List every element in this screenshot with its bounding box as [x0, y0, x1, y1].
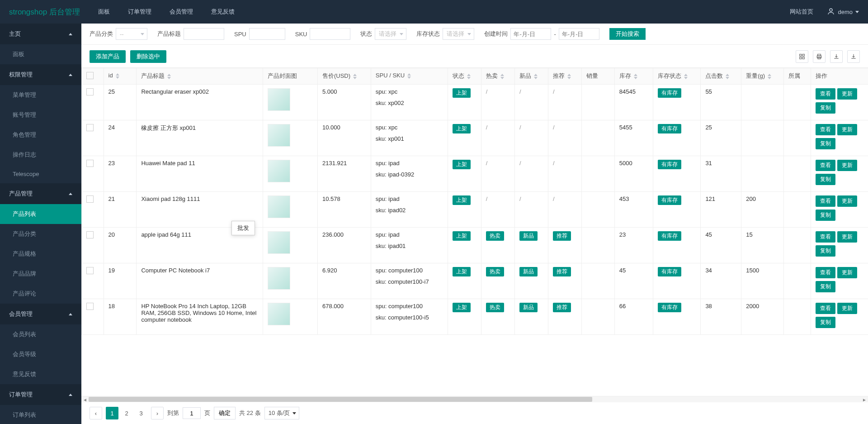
sidebar-group-header[interactable]: 主页: [0, 24, 81, 44]
copy-button[interactable]: 复制: [816, 138, 835, 149]
pager-page[interactable]: 1: [106, 407, 118, 419]
sidebar-item[interactable]: 角色管理: [0, 125, 81, 145]
view-button[interactable]: 查看: [816, 231, 835, 243]
sort-icon[interactable]: [567, 74, 571, 79]
filter-stockstatus-select[interactable]: 请选择: [443, 28, 474, 40]
copy-button[interactable]: 复制: [816, 174, 835, 185]
view-button[interactable]: 查看: [816, 88, 835, 100]
columns-icon[interactable]: [796, 50, 808, 63]
filter-date-to[interactable]: [559, 28, 599, 40]
sidebar-item[interactable]: 面板: [0, 44, 81, 64]
pager-prev[interactable]: ‹: [90, 407, 102, 419]
view-button[interactable]: 查看: [816, 124, 835, 135]
sidebar-item[interactable]: 账号管理: [0, 105, 81, 125]
product-thumbnail[interactable]: [268, 124, 290, 147]
col-id[interactable]: id: [104, 68, 137, 85]
sidebar-item[interactable]: 订单列表: [0, 405, 81, 424]
filter-status-select[interactable]: 请选择: [375, 28, 406, 40]
sort-icon[interactable]: [726, 74, 729, 79]
col-cover[interactable]: 产品封面图: [263, 68, 317, 85]
sort-icon[interactable]: [684, 74, 688, 79]
scroll-left-arrow[interactable]: ◄: [81, 396, 89, 403]
pager-confirm-button[interactable]: 确定: [214, 407, 236, 419]
sidebar-item[interactable]: 操作日志: [0, 145, 81, 165]
pager-perpage-select[interactable]: 10 条/页: [264, 407, 300, 419]
update-button[interactable]: 更新: [837, 160, 857, 171]
product-thumbnail[interactable]: [268, 231, 290, 254]
update-button[interactable]: 更新: [837, 88, 857, 100]
update-button[interactable]: 更新: [837, 303, 857, 314]
row-checkbox[interactable]: [86, 303, 94, 310]
view-button[interactable]: 查看: [816, 160, 835, 171]
col-spusku[interactable]: SPU / SKU: [371, 68, 448, 85]
sidebar-item[interactable]: 菜单管理: [0, 85, 81, 105]
col-rec[interactable]: 推荐: [548, 68, 581, 85]
col-status[interactable]: 状态: [448, 68, 481, 85]
col-location[interactable]: 所属: [783, 68, 811, 85]
col-weight[interactable]: 重量(g): [741, 68, 783, 85]
update-button[interactable]: 更新: [837, 267, 857, 278]
copy-button[interactable]: 复制: [816, 281, 835, 292]
sort-icon[interactable]: [407, 73, 411, 79]
row-checkbox[interactable]: [86, 195, 94, 203]
view-button[interactable]: 查看: [816, 195, 835, 207]
sort-icon[interactable]: [467, 74, 471, 79]
filter-sku-input[interactable]: [310, 28, 350, 40]
copy-button[interactable]: 复制: [816, 210, 835, 221]
copy-button[interactable]: 复制: [816, 102, 835, 114]
col-price[interactable]: 售价(USD): [317, 68, 371, 85]
row-checkbox[interactable]: [86, 88, 94, 95]
sidebar-group-header[interactable]: 产品管理: [0, 183, 81, 204]
sidebar-item[interactable]: 意见反馈: [0, 364, 81, 384]
update-button[interactable]: 更新: [837, 195, 857, 207]
scroll-right-arrow[interactable]: ►: [861, 396, 868, 403]
sidebar-item[interactable]: 产品分类: [0, 224, 81, 244]
col-title[interactable]: 产品标题: [137, 68, 263, 85]
topnav-item[interactable]: 面板: [98, 8, 110, 16]
copy-button[interactable]: 复制: [816, 245, 835, 257]
table-scroll[interactable]: id产品标题产品封面图售价(USD)SPU / SKU状态热卖新品推荐销量库存库…: [81, 67, 868, 396]
copy-button[interactable]: 复制: [816, 317, 835, 328]
filter-title-input[interactable]: [184, 28, 224, 40]
sidebar-item[interactable]: 产品列表: [0, 204, 81, 224]
site-home-link[interactable]: 网站首页: [790, 8, 813, 16]
topnav-item[interactable]: 会员管理: [170, 8, 193, 16]
sort-icon[interactable]: [353, 74, 357, 79]
sort-icon[interactable]: [768, 74, 771, 79]
update-button[interactable]: 更新: [837, 231, 857, 243]
sort-icon[interactable]: [634, 74, 637, 79]
user-menu[interactable]: demo: [827, 7, 859, 17]
col-new[interactable]: 新品: [514, 68, 548, 85]
topnav-item[interactable]: 订单管理: [128, 8, 151, 16]
product-thumbnail[interactable]: [268, 195, 290, 218]
sidebar-item[interactable]: 会员等级: [0, 344, 81, 364]
view-button[interactable]: 查看: [816, 267, 835, 278]
sidebar-item[interactable]: 产品规格: [0, 244, 81, 264]
sort-icon[interactable]: [500, 74, 504, 79]
horizontal-scrollbar[interactable]: ◄ ►: [81, 396, 868, 402]
row-checkbox[interactable]: [86, 267, 94, 274]
row-checkbox[interactable]: [86, 231, 94, 238]
topnav-item[interactable]: 意见反馈: [211, 8, 235, 16]
col-hot[interactable]: 热卖: [481, 68, 514, 85]
col-stockstatus[interactable]: 库存状态: [653, 68, 701, 85]
sidebar-item[interactable]: 会员列表: [0, 324, 81, 344]
filter-cat-select[interactable]: --: [116, 28, 147, 40]
filter-date-from[interactable]: [510, 28, 551, 40]
sidebar-group-header[interactable]: 会员管理: [0, 304, 81, 324]
row-checkbox[interactable]: [86, 124, 94, 131]
sort-icon[interactable]: [167, 74, 171, 79]
export-icon[interactable]: [830, 50, 843, 63]
scrollbar-thumb[interactable]: [89, 397, 592, 402]
sidebar-item[interactable]: Telescope: [0, 165, 81, 183]
product-thumbnail[interactable]: [268, 88, 290, 111]
add-product-button[interactable]: 添加产品: [90, 50, 126, 63]
col-sales[interactable]: 销量: [581, 68, 614, 85]
search-button[interactable]: 开始搜索: [609, 28, 646, 40]
sidebar-item[interactable]: 产品品牌: [0, 264, 81, 284]
product-thumbnail[interactable]: [268, 267, 290, 290]
update-button[interactable]: 更新: [837, 124, 857, 135]
checkbox-all[interactable]: [86, 72, 94, 79]
row-checkbox[interactable]: [86, 160, 94, 167]
col-clicks[interactable]: 点击数: [701, 68, 741, 85]
